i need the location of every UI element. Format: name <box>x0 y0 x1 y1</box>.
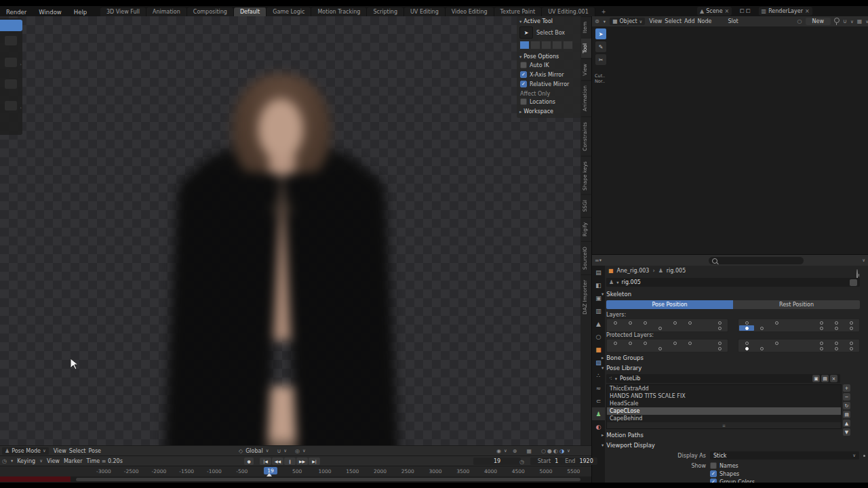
layer-toggle[interactable] <box>682 340 697 346</box>
scale-tool-button[interactable] <box>5 101 17 110</box>
tool-expand-icon[interactable]: › <box>20 62 22 66</box>
menu-help[interactable]: Help <box>69 8 92 16</box>
menu-view[interactable]: View <box>54 448 66 454</box>
fake-user-button[interactable]: ▣ <box>812 375 820 382</box>
sidebar-tab-tool[interactable]: Tool <box>581 38 591 58</box>
layer-toggle[interactable] <box>697 346 712 351</box>
layer-toggle[interactable] <box>652 320 667 325</box>
layer-toggle[interactable] <box>799 325 814 331</box>
layer-toggle[interactable] <box>637 340 652 346</box>
solid-shading-button[interactable]: ● <box>547 448 552 454</box>
viewport-3d[interactable]: › › ▾ Active Tool ➤ Select Box ▾ Pose Op… <box>0 16 580 445</box>
pose-position-button[interactable]: Pose Position <box>606 300 733 309</box>
next-keyframe-button[interactable]: ▶▶ <box>296 458 308 465</box>
workspace-panel-header[interactable]: ▸ Workspace <box>517 106 580 115</box>
layer-toggle[interactable] <box>712 325 727 331</box>
close-icon[interactable]: × <box>725 8 730 14</box>
menu-pose[interactable]: Pose <box>88 448 101 454</box>
pose-item-capeclose[interactable]: CapeCLose <box>607 407 841 415</box>
layer-toggle[interactable] <box>799 346 814 351</box>
select-box-tool-button[interactable] <box>0 20 22 31</box>
layer-toggle[interactable] <box>712 340 727 346</box>
layer-toggle[interactable] <box>769 346 784 351</box>
layer-toggle[interactable] <box>769 340 784 346</box>
layer-toggle[interactable] <box>829 340 844 346</box>
move-up-button[interactable]: ▲ <box>843 420 850 427</box>
layer-toggle[interactable] <box>697 340 712 346</box>
sidebar-tab-rigify[interactable]: Rigify <box>581 217 591 241</box>
sidebar-tab-sourceio[interactable]: SourceIO <box>581 241 591 274</box>
relative-mirror-checkbox[interactable]: ✓ <box>520 81 527 87</box>
close-icon[interactable]: × <box>805 8 810 14</box>
active-tool-panel-header[interactable]: ▾ Active Tool <box>517 16 580 25</box>
layer-toggle[interactable] <box>697 325 712 331</box>
layer-toggle[interactable] <box>667 325 682 331</box>
tool-icon[interactable]: ▤ <box>592 266 605 279</box>
prev-keyframe-button[interactable]: ◀◀ <box>272 458 283 465</box>
layer-toggle[interactable] <box>739 346 754 351</box>
tool-expand-icon[interactable]: › <box>20 105 22 110</box>
layer-toggle[interactable] <box>814 340 829 346</box>
shader-editor[interactable]: ⊚ ▾ ■ Object ∨ ViewSelectAddNode Slot ○ … <box>591 16 868 254</box>
timeline-ruler[interactable]: -3000-2500-2000-1500-1000-50050010001500… <box>0 466 591 477</box>
sidebar-tab-item[interactable]: Item <box>581 16 591 38</box>
wireframe-shading-button[interactable]: ○ <box>541 448 546 454</box>
editor-type-icon[interactable]: ⊚ <box>595 18 599 24</box>
layer-toggle[interactable] <box>844 320 859 325</box>
armature-data-icon[interactable]: ♟ <box>592 407 605 420</box>
layer-toggle[interactable] <box>769 320 784 325</box>
keying-menu[interactable]: Keying <box>17 458 35 464</box>
pose-item-thiccextraadd[interactable]: ThiccExtraAdd <box>607 385 841 392</box>
breadcrumb-object[interactable]: Ane_rig.003 <box>617 268 650 274</box>
rest-position-button[interactable]: Rest Position <box>733 300 860 309</box>
layer-toggle[interactable] <box>754 346 769 351</box>
bone-groups-panel-header[interactable]: ▸ Bone Groups <box>601 354 644 361</box>
workspace-tab-3d-view-full[interactable]: 3D View Full <box>100 7 146 16</box>
layer-toggle[interactable] <box>784 325 799 331</box>
auto-ik-checkbox-row[interactable]: Auto IK <box>517 60 580 70</box>
workspace-tab-scripting[interactable]: Scripting <box>367 7 404 16</box>
layer-toggle[interactable] <box>667 346 682 351</box>
new-action-button[interactable]: ▤ <box>821 375 829 382</box>
apply-pose-button[interactable]: ↻ <box>843 402 850 409</box>
overlays-icon[interactable]: ▦ <box>857 18 863 24</box>
menu-render[interactable]: Render <box>1 8 31 16</box>
layer-toggle[interactable] <box>814 325 829 331</box>
workspace-tab-compositing[interactable]: Compositing <box>187 7 234 16</box>
layer-toggle[interactable] <box>712 346 727 351</box>
keying-set-icon[interactable]: ◷ <box>519 459 524 465</box>
current-frame-field[interactable]: 19 <box>473 458 521 465</box>
workspace-tab-video-editing[interactable]: Video Editing <box>446 7 494 16</box>
snapping-icon[interactable]: ∪ <box>843 18 847 24</box>
orientation-value[interactable]: Global <box>245 448 263 454</box>
select-box-tile[interactable]: ➤ Select Box <box>519 26 578 39</box>
layer-toggle[interactable] <box>697 320 712 325</box>
layer-toggle[interactable] <box>769 325 784 331</box>
layer-toggle[interactable] <box>829 346 844 351</box>
select-mode-extend-button[interactable] <box>530 41 540 49</box>
layer-toggle[interactable] <box>829 320 844 325</box>
layer-toggle[interactable] <box>652 340 667 346</box>
skeleton-panel-header[interactable]: ▾ Skeleton <box>601 291 631 298</box>
layer-toggle[interactable] <box>844 340 859 346</box>
layer-toggle[interactable] <box>623 325 637 331</box>
pose-item-capebehind[interactable]: CapeBehind <box>607 415 841 422</box>
layer-toggle[interactable] <box>682 325 697 331</box>
layer-toggle[interactable] <box>682 320 697 325</box>
scene-selector[interactable]: ▲ Scene × <box>697 7 732 16</box>
move-down-button[interactable]: ▼ <box>843 428 850 436</box>
timeline-scrollbar[interactable] <box>0 476 591 483</box>
x-axis-mirror-checkbox[interactable]: ✓ <box>520 71 527 78</box>
move-tool-button[interactable] <box>5 58 17 67</box>
scrollbar-handle[interactable] <box>76 478 580 481</box>
menu-add[interactable]: Add <box>684 18 695 24</box>
auto-ik-checkbox[interactable] <box>520 62 527 68</box>
render-icon[interactable]: ◧ <box>592 279 605 291</box>
shapes-checkbox-row[interactable]: ✓Shapes <box>710 470 859 478</box>
layer-toggle[interactable] <box>637 325 652 331</box>
node-select-tool-button[interactable]: ➤ <box>595 28 606 39</box>
snap-magnet-icon[interactable]: ∪ <box>277 448 281 454</box>
add-pose-button[interactable]: + <box>843 384 850 392</box>
workspace-tab-game-logic[interactable]: Game Logic <box>267 7 311 16</box>
layer-toggle[interactable] <box>652 346 667 351</box>
